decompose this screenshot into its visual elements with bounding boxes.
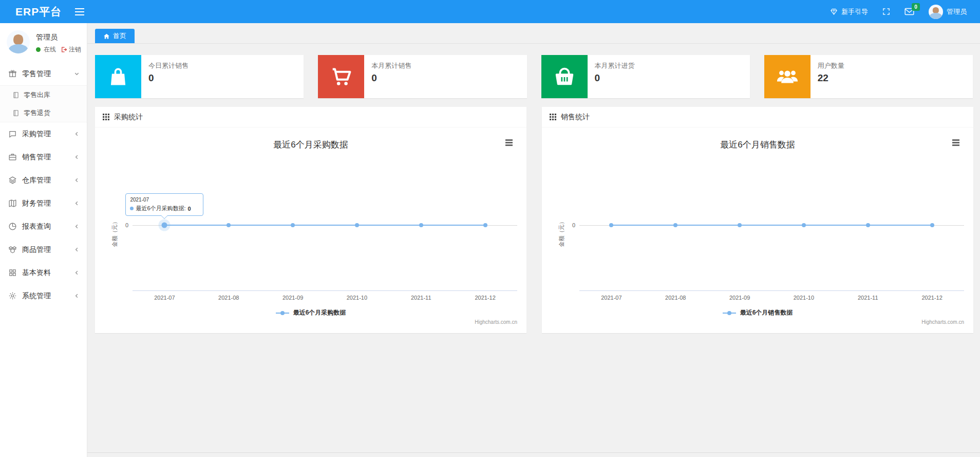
- highcharts-credit-link[interactable]: Highcharts.com.cn: [921, 319, 964, 325]
- gem-icon: [830, 8, 838, 15]
- footer-divider: [87, 452, 980, 457]
- sidebar-toggle-icon[interactable]: [72, 5, 87, 19]
- data-point[interactable]: [738, 223, 742, 227]
- data-point[interactable]: [291, 223, 295, 227]
- sidebar-item-purchase[interactable]: 采购管理: [0, 122, 87, 145]
- fullscreen-button[interactable]: [882, 8, 890, 15]
- pie-chart-icon: [8, 222, 17, 231]
- sidebar-item-finance[interactable]: 财务管理: [0, 192, 87, 215]
- chevron-left-icon: [74, 154, 80, 160]
- data-point[interactable]: [419, 223, 423, 227]
- sidebar-item-sales[interactable]: 销售管理: [0, 145, 87, 169]
- stat-card-user-count[interactable]: 用户数量 22: [764, 55, 973, 98]
- topbar: ERP平台 新手引导 0 管理员: [0, 0, 980, 23]
- tooltip-category: 2021-07: [130, 197, 199, 203]
- tab-bar: 首页: [87, 23, 980, 44]
- y-tick-label: 0: [125, 222, 128, 228]
- briefcase-icon: [8, 153, 17, 161]
- panel-header: 销售统计: [542, 107, 973, 127]
- home-icon: [103, 33, 110, 40]
- sidebar-item-label: 系统管理: [22, 291, 74, 301]
- sidebar-item-label: 销售管理: [22, 153, 74, 162]
- data-point[interactable]: [162, 223, 167, 228]
- chevron-left-icon: [74, 200, 80, 206]
- main-content: 首页 今日累计销售 0 本月累: [87, 23, 980, 457]
- x-tick-label: 2021-10: [347, 295, 367, 301]
- avatar: [929, 5, 943, 19]
- messages-button[interactable]: 0: [904, 8, 914, 15]
- sidebar-item-label: 财务管理: [22, 199, 74, 208]
- guide-button[interactable]: 新手引导: [830, 7, 868, 16]
- basket-icon: [541, 55, 588, 98]
- sales-stats-panel: 销售统计 最近6个月销售数据 金额（元） 0 2021-072021-08202…: [542, 107, 973, 333]
- data-point[interactable]: [802, 223, 806, 227]
- tab-home[interactable]: 首页: [95, 29, 135, 43]
- data-point[interactable]: [355, 223, 359, 227]
- stat-cards-row: 今日累计销售 0 本月累计销售 0: [95, 55, 973, 98]
- chart-title: 最近6个月销售数据: [542, 139, 973, 151]
- series-line: [164, 225, 485, 226]
- sidebar-item-label: 报表查询: [22, 222, 74, 231]
- sidebar-item-warehouse[interactable]: 仓库管理: [0, 169, 87, 192]
- x-tick-label: 2021-12: [475, 295, 495, 301]
- legend-item[interactable]: 最近6个月销售数据: [542, 308, 973, 317]
- data-point[interactable]: [483, 223, 487, 227]
- chart-panels-row: 采购统计 最近6个月采购数据 金额（元） 0 2021-072021-08202…: [95, 107, 973, 333]
- data-point[interactable]: [227, 223, 231, 227]
- sidebar-item-retail-return[interactable]: 零售退货: [0, 104, 87, 122]
- x-axis-line: [133, 290, 517, 291]
- data-point[interactable]: [609, 223, 613, 227]
- sidebar-item-reports[interactable]: 报表查询: [0, 215, 87, 238]
- avatar[interactable]: [7, 30, 30, 53]
- stat-card-month-sales[interactable]: 本月累计销售 0: [318, 55, 526, 98]
- sidebar-item-retail-outbound[interactable]: 零售出库: [0, 86, 87, 104]
- x-tick-label: 2021-11: [858, 295, 878, 301]
- guide-label: 新手引导: [841, 7, 868, 16]
- stat-card-today-sales[interactable]: 今日累计销售 0: [95, 55, 304, 98]
- chevron-left-icon: [74, 224, 80, 229]
- x-tick-label: 2021-07: [601, 295, 621, 301]
- sidebar-user-card: 管理员 在线 注销: [0, 23, 87, 60]
- x-tick-label: 2021-12: [921, 295, 942, 301]
- sidebar-item-label: 基本资料: [22, 268, 74, 278]
- x-tick-label: 2021-10: [794, 295, 814, 301]
- tooltip-value: 0: [188, 206, 191, 212]
- x-tick-label: 2021-08: [218, 295, 239, 301]
- data-point[interactable]: [866, 223, 870, 227]
- legend-label: 最近6个月销售数据: [740, 308, 793, 317]
- chat-icon: [8, 130, 17, 138]
- chart-title: 最近6个月采购数据: [95, 139, 526, 151]
- stat-value: 0: [595, 72, 635, 84]
- sidebar-menu: 零售管理 零售出库 零售退货: [0, 62, 87, 307]
- sidebar-item-label: 零售退货: [24, 108, 50, 118]
- table-grid-icon: [550, 114, 556, 120]
- sidebar-item-label: 零售出库: [24, 90, 50, 100]
- sidebar-item-goods[interactable]: 商品管理: [0, 238, 87, 261]
- x-tick-label: 2021-07: [154, 295, 175, 301]
- sidebar-item-label: 采购管理: [22, 130, 74, 139]
- purchase-chart: 最近6个月采购数据 金额（元） 0 2021-072021-082021-092…: [95, 127, 526, 333]
- sidebar-item-retail[interactable]: 零售管理: [0, 62, 87, 85]
- sales-chart: 最近6个月销售数据 金额（元） 0 2021-072021-082021-092…: [542, 127, 973, 333]
- highcharts-credit-link[interactable]: Highcharts.com.cn: [475, 319, 517, 325]
- logout-button[interactable]: 注销: [61, 45, 81, 54]
- stat-value: 22: [818, 72, 844, 84]
- sidebar-item-system[interactable]: 系统管理: [0, 284, 87, 307]
- stat-card-month-purchase[interactable]: 本月累计进货 0: [541, 55, 750, 98]
- x-axis-line: [579, 290, 964, 291]
- chevron-down-icon: [74, 71, 80, 77]
- chart-context-menu-icon[interactable]: [504, 138, 514, 149]
- sidebar-item-basic-data[interactable]: 基本资料: [0, 261, 87, 284]
- tab-home-label: 首页: [113, 31, 126, 41]
- legend-item[interactable]: 最近6个月采购数据: [95, 308, 526, 317]
- data-point[interactable]: [930, 223, 934, 227]
- data-point[interactable]: [673, 223, 677, 227]
- chevron-left-icon: [74, 247, 80, 252]
- chart-context-menu-icon[interactable]: [951, 138, 961, 149]
- x-tick-label: 2021-08: [665, 295, 686, 301]
- chevron-left-icon: [74, 177, 80, 183]
- x-tick-label: 2021-11: [411, 295, 431, 301]
- stat-label: 本月累计进货: [595, 61, 635, 70]
- user-menu[interactable]: 管理员: [929, 5, 967, 19]
- retail-submenu: 零售出库 零售退货: [0, 85, 87, 122]
